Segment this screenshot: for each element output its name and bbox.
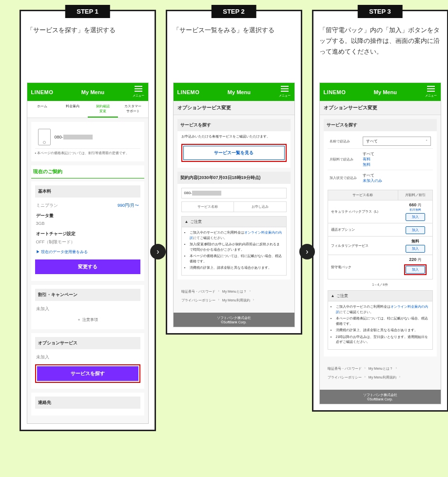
masked-number (192, 191, 221, 196)
filter-status-opt[interactable]: すべて (363, 173, 382, 178)
warning-header: ご注意 (181, 216, 287, 227)
warning-item: ご加入中のサービスのご利用料金はオンライン料金案内の内訳にてご確認ください。 (336, 304, 429, 315)
steps-container: STEP 1 「サービスを探す」を選択する LINEMO My Menu メニュ… (10, 10, 448, 431)
filter-status-row: 加入状況で絞込み すべて 未加入のみ (328, 170, 433, 186)
discount-header: 割引・キャンペーン (35, 289, 140, 301)
join-button[interactable]: 加入 (406, 213, 425, 221)
footer-link[interactable]: My Menu利用規約 (222, 298, 250, 303)
app-header: LINEMO My Menu メニュー (174, 83, 294, 101)
page-title: オプションサービス変更 (174, 101, 294, 115)
mymenu-title: My Menu (374, 89, 397, 95)
app-header: LINEMO My Menu メニュー (320, 83, 441, 101)
plan-row: ミニプラン 990円/月〜 (35, 200, 140, 211)
plan-name: ミニプラン (36, 202, 58, 209)
chevron-right-icon: › (250, 289, 251, 294)
arrow-right-icon: › (299, 244, 315, 259)
logo: LINEMO (177, 89, 200, 95)
warning-item: 消費税の計算上、請求金額と異なる場合があります。 (190, 265, 283, 271)
warning-item: 消費税の計算上、請求金額と異なる場合があります。 (336, 328, 429, 333)
search-description: お申込みいただける各種サービスをご確認いただけます。 (177, 131, 291, 142)
tab-contract[interactable]: 契約確認 変更 (88, 101, 118, 118)
table-row: セキュリティパックプラス（L） 660 円 初月無料 加入 (328, 200, 432, 223)
filter-fee-opt[interactable]: 有料 (363, 157, 374, 162)
tab-billing[interactable]: 料金案内 (58, 101, 88, 118)
filter-status-opt[interactable]: 未加入のみ (363, 178, 382, 183)
step-description: 「サービス一覧をみる」を選択する (173, 25, 295, 74)
service-name: 留守電パック (328, 262, 398, 273)
join-button[interactable]: 加入 (406, 245, 425, 253)
price-note: 初月無料 (400, 208, 430, 212)
chevron-down-icon: ˇ (426, 139, 428, 143)
footer-link[interactable]: My Menuとは？ (369, 366, 393, 371)
filter-status-label: 加入状況で絞込み (330, 176, 359, 180)
section-current-contract: 現在のご契約 (31, 165, 144, 179)
chevron-right-icon: › (365, 366, 366, 371)
warning-body: ご加入中のサービスのご利用料金はオンライン料金案内の内訳にてご確認ください。 加… (181, 227, 287, 276)
warning-item: 加入/変更/解除のお申し込みが契約内容照会に反映されるまで時間がかかる場合がござ… (190, 242, 283, 252)
table-col-price: 月額料／割引 (398, 190, 432, 200)
filter-name-label: 名称で絞込み (330, 139, 359, 144)
chevron-right-icon: › (218, 298, 219, 303)
corp-footer: ソフトバンク株式会社 ©SoftBank Corp. (320, 390, 441, 404)
data-usage-link[interactable]: ▶ 現在のデータ使用量をみる (35, 247, 140, 257)
service-name: フィルタリングサービス (328, 240, 398, 251)
find-service-button[interactable]: サービスを探す (37, 366, 138, 381)
table-col-name: サービス名称 (328, 190, 398, 200)
footer-links: 暗証番号・パスワード›My Menuとは？› プライバシーポリシー›My Men… (177, 283, 291, 309)
change-button[interactable]: 変更する (35, 259, 140, 274)
price-note: • 本ページの価格表記については、割引等適用前の定価です。 (35, 149, 140, 158)
phone-mockup: LINEMO My Menu メニュー オプションサービス変更 サービスを探す … (319, 82, 441, 404)
warning-item: 本ページの価格表記については、特に記載がない場合、税込価格です。 (336, 316, 429, 326)
page-title: オプションサービス変更 (320, 101, 441, 115)
tab-home[interactable]: ホーム (27, 101, 58, 118)
logo: LINEMO (324, 89, 346, 95)
inline-link[interactable]: オンライン料金案内の内訳 (336, 305, 428, 314)
option-header: オプションサービス (35, 337, 140, 349)
table-row: 通話オプション 加入 (328, 223, 432, 236)
footer-link[interactable]: プライバシーポリシー (328, 375, 362, 380)
highlight-box: サービス一覧を見る (181, 144, 287, 162)
step-box: 「留守電パック」内の「加入」ボタンをタップする。以降の操作は、画面の案内に沿って… (312, 10, 448, 412)
service-table: サービス名称 月額料／割引 セキュリティパックプラス（L） 660 円 初月無料… (328, 190, 433, 279)
chevron-right-icon: › (218, 289, 219, 294)
footer-link[interactable]: 暗証番号・パスワード (328, 366, 362, 371)
contact-header: 連絡先 (35, 397, 140, 409)
phone-mockup: LINEMO My Menu メニュー オプションサービス変更 サービスを探す … (173, 82, 295, 327)
hamburger-icon[interactable]: メニュー (425, 86, 437, 98)
join-button[interactable]: 加入 (406, 226, 425, 234)
step-description: 「サービスを探す」を選択する (27, 25, 149, 74)
inline-link[interactable]: オンライン料金案内の内訳 (190, 231, 282, 239)
filter-fee-opt[interactable]: すべて (363, 151, 374, 157)
footer-link[interactable]: My Menu利用規約 (369, 375, 396, 380)
highlight-box: サービスを探す (35, 364, 140, 383)
phone-number: 080- (181, 188, 287, 199)
tab-support[interactable]: カスタマー サポート (118, 101, 148, 118)
autocharge-value: OFF（制限モード） (35, 239, 140, 247)
contract-content-title: 契約内容(2030年07月03日18時19分時点) (177, 172, 291, 184)
mymenu-title: My Menu (228, 89, 251, 95)
pagination: 1～4／4件 (328, 279, 433, 290)
arrow-right-icon: › (150, 244, 166, 259)
footer-link[interactable]: 暗証番号・パスワード (181, 289, 215, 294)
phone-mockup: LINEMO My Menu メニュー ホーム 料金案内 契約確認 変更 カスタ… (27, 82, 149, 424)
step-badge: STEP 3 (357, 5, 403, 18)
footer-link[interactable]: My Menuとは？ (222, 289, 247, 294)
step-badge: STEP 2 (211, 5, 256, 18)
device-row: 080- (35, 126, 140, 149)
join-button[interactable]: 加入 (406, 266, 425, 274)
filter-name-select[interactable]: すべてˇ (363, 137, 431, 146)
filter-name-row: 名称で絞込み すべてˇ (328, 134, 433, 149)
caution-link[interactable]: 注意事項 (35, 314, 140, 325)
warning-item: 本ページの価格表記については、特に記載がない場合、税込価格です。 (190, 254, 283, 264)
discount-status: 未加入 (35, 304, 140, 314)
footer-link[interactable]: プライバシーポリシー (181, 298, 215, 303)
chevron-right-icon: › (253, 298, 254, 303)
hamburger-icon[interactable]: メニュー (279, 86, 291, 98)
filter-fee-opt[interactable]: 無料 (363, 162, 374, 167)
warning-header: ご注意 (328, 290, 433, 301)
step-box: 「サービス一覧をみる」を選択する LINEMO My Menu メニュー オプシ… (166, 10, 302, 335)
col-apply: お申し込み (234, 202, 286, 212)
hamburger-icon[interactable]: メニュー (133, 86, 144, 98)
service-list-button[interactable]: サービス一覧を見る (183, 146, 285, 160)
logo: LINEMO (31, 89, 54, 95)
